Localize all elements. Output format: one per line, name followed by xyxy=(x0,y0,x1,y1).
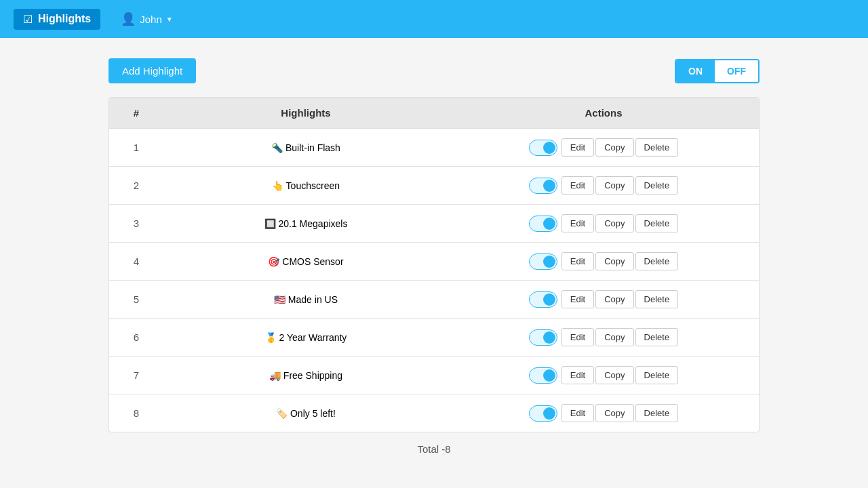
delete-button[interactable]: Delete xyxy=(635,366,679,384)
row-number: 6 xyxy=(109,319,163,357)
brand-button[interactable]: ☑ Highlights xyxy=(14,9,100,30)
toolbar: Add Highlight ON OFF xyxy=(108,58,760,83)
edit-button[interactable]: Edit xyxy=(561,138,594,157)
chevron-down-icon: ▼ xyxy=(166,16,173,23)
toggle-on-button[interactable]: ON xyxy=(676,60,715,82)
copy-button[interactable]: Copy xyxy=(595,366,633,384)
row-actions: Edit Copy Delete xyxy=(448,357,759,394)
copy-button[interactable]: Copy xyxy=(595,290,633,308)
row-highlight-text: 🇺🇸 Made in US xyxy=(163,281,448,319)
copy-button[interactable]: Copy xyxy=(595,214,633,232)
highlights-table-container: # Highlights Actions 1 🔦 Built-in Flash … xyxy=(108,97,760,432)
copy-button[interactable]: Copy xyxy=(595,252,633,270)
user-menu[interactable]: 👤 John ▼ xyxy=(121,12,172,26)
toggle-knob xyxy=(543,369,555,382)
edit-button[interactable]: Edit xyxy=(561,252,594,270)
table-header-row: # Highlights Actions xyxy=(109,98,759,129)
toggle-knob xyxy=(543,407,555,420)
table-row: 8 🏷️ Only 5 left! Edit Copy Delete xyxy=(109,394,759,432)
row-highlight-text: 🔲 20.1 Megapixels xyxy=(163,205,448,243)
col-highlights-header: Highlights xyxy=(163,98,448,129)
row-toggle[interactable] xyxy=(529,405,557,422)
toggle-knob xyxy=(543,256,555,268)
row-toggle[interactable] xyxy=(529,329,557,346)
row-actions: Edit Copy Delete xyxy=(448,129,759,167)
row-number: 5 xyxy=(109,281,163,319)
row-emoji: 🔦 xyxy=(271,142,283,153)
brand-icon: ☑ xyxy=(23,13,33,26)
delete-button[interactable]: Delete xyxy=(635,252,679,270)
row-emoji: 🥇 xyxy=(265,332,277,343)
row-toggle[interactable] xyxy=(529,140,557,156)
toggle-knob xyxy=(543,218,555,230)
toggle-knob xyxy=(543,180,555,192)
row-emoji: 🚚 xyxy=(269,370,281,381)
row-highlight-text: 🚚 Free Shipping xyxy=(163,357,448,394)
on-off-toggle: ON OFF xyxy=(675,59,760,83)
copy-button[interactable]: Copy xyxy=(595,328,633,346)
toggle-knob xyxy=(543,293,555,306)
edit-button[interactable]: Edit xyxy=(561,290,594,308)
edit-button[interactable]: Edit xyxy=(561,328,594,346)
edit-button[interactable]: Edit xyxy=(561,176,594,195)
row-toggle[interactable] xyxy=(529,178,557,194)
row-toggle[interactable] xyxy=(529,291,557,308)
row-number: 4 xyxy=(109,243,163,281)
row-actions: Edit Copy Delete xyxy=(448,167,759,205)
row-toggle[interactable] xyxy=(529,367,557,384)
edit-button[interactable]: Edit xyxy=(561,404,594,422)
row-number: 2 xyxy=(109,167,163,205)
row-toggle[interactable] xyxy=(529,253,557,270)
row-number: 7 xyxy=(109,357,163,394)
main-content: Add Highlight ON OFF # Highlights Action… xyxy=(0,38,868,486)
row-actions: Edit Copy Delete xyxy=(448,243,759,281)
row-number: 3 xyxy=(109,205,163,243)
toggle-knob xyxy=(543,142,555,154)
edit-button[interactable]: Edit xyxy=(561,214,594,232)
row-emoji: 👆 xyxy=(272,180,283,191)
table-row: 7 🚚 Free Shipping Edit Copy Delete xyxy=(109,357,759,394)
table-row: 3 🔲 20.1 Megapixels Edit Copy Delete xyxy=(109,205,759,243)
table-row: 1 🔦 Built-in Flash Edit Copy Delete xyxy=(109,129,759,167)
row-emoji: 🏷️ xyxy=(276,408,288,419)
row-highlight-text: 🎯 CMOS Sensor xyxy=(163,243,448,281)
row-number: 1 xyxy=(109,129,163,167)
col-actions-header: Actions xyxy=(448,98,759,129)
toggle-knob xyxy=(543,331,555,344)
row-toggle[interactable] xyxy=(529,216,557,232)
row-actions: Edit Copy Delete xyxy=(448,319,759,357)
brand-label: Highlights xyxy=(38,13,91,25)
delete-button[interactable]: Delete xyxy=(635,404,679,422)
total-footer: Total -8 xyxy=(108,432,760,466)
row-emoji: 🎯 xyxy=(268,256,279,267)
row-highlight-text: 🏷️ Only 5 left! xyxy=(163,394,448,432)
row-highlight-text: 👆 Touchscreen xyxy=(163,167,448,205)
highlights-table: # Highlights Actions 1 🔦 Built-in Flash … xyxy=(109,98,759,432)
user-icon: 👤 xyxy=(121,12,136,26)
copy-button[interactable]: Copy xyxy=(595,404,633,422)
row-emoji: 🔲 xyxy=(264,218,276,229)
delete-button[interactable]: Delete xyxy=(635,176,679,195)
row-number: 8 xyxy=(109,394,163,432)
delete-button[interactable]: Delete xyxy=(635,290,679,308)
user-label: John xyxy=(140,14,162,25)
row-emoji: 🇺🇸 xyxy=(274,294,285,305)
row-actions: Edit Copy Delete xyxy=(448,205,759,243)
toggle-off-button[interactable]: OFF xyxy=(715,60,758,82)
table-row: 4 🎯 CMOS Sensor Edit Copy Delete xyxy=(109,243,759,281)
row-highlight-text: 🥇 2 Year Warranty xyxy=(163,319,448,357)
row-actions: Edit Copy Delete xyxy=(448,281,759,319)
row-highlight-text: 🔦 Built-in Flash xyxy=(163,129,448,167)
table-row: 5 🇺🇸 Made in US Edit Copy Delete xyxy=(109,281,759,319)
delete-button[interactable]: Delete xyxy=(635,214,679,232)
table-row: 2 👆 Touchscreen Edit Copy Delete xyxy=(109,167,759,205)
edit-button[interactable]: Edit xyxy=(561,366,594,384)
add-highlight-button[interactable]: Add Highlight xyxy=(108,58,196,83)
header: ☑ Highlights 👤 John ▼ xyxy=(0,0,868,38)
table-row: 6 🥇 2 Year Warranty Edit Copy Delete xyxy=(109,319,759,357)
delete-button[interactable]: Delete xyxy=(635,138,679,157)
delete-button[interactable]: Delete xyxy=(635,328,679,346)
copy-button[interactable]: Copy xyxy=(595,138,633,157)
col-number-header: # xyxy=(109,98,163,129)
copy-button[interactable]: Copy xyxy=(595,176,633,195)
